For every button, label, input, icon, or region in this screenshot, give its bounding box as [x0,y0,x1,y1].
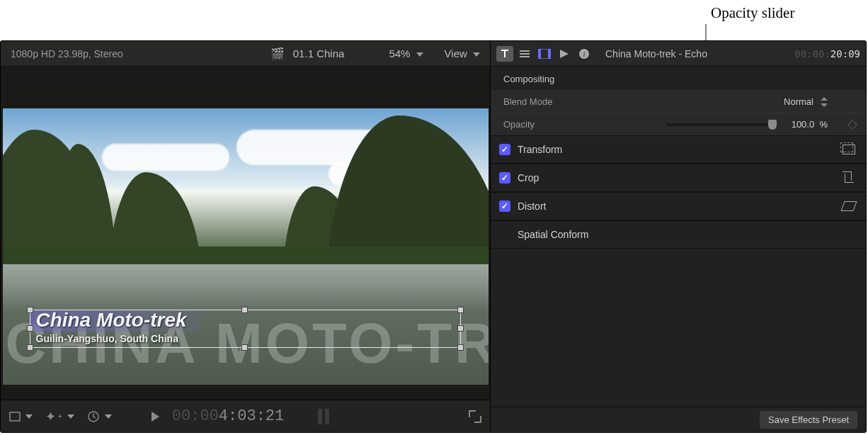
inspector-panel: i China Moto-trek - Echo 00:00:20:09 Com… [491,41,866,432]
inspector-body: Compositing Blend Mode Normal Opacity 10… [491,67,866,407]
inspector-timecode-main: 20:09 [830,48,860,60]
timecode-dim: 00:00 [172,407,219,425]
distort-label: Distort [518,200,546,212]
chevron-down-icon [473,52,480,57]
viewer-header: 1080p HD 23.98p, Stereo 🎬 01.1 China 54%… [1,41,490,67]
transform-label: Transform [518,144,562,155]
enhance-tool-dropdown[interactable]: ✦+ [45,409,74,424]
clip-name: 01.1 China [293,47,345,60]
retime-tool-dropdown[interactable] [87,410,112,423]
distort-section[interactable]: ✓ Distort [491,192,866,220]
inspector-tab-info[interactable]: i [576,46,593,62]
resize-handle[interactable] [27,307,33,313]
blend-mode-label: Blend Mode [503,96,603,107]
crop-icon[interactable] [842,172,856,183]
video-frame: CHINA MOTO-TREK China Moto-trek Guilin-Y… [3,108,489,385]
transform-tool-dropdown[interactable] [9,412,33,422]
chevron-down-icon [67,414,74,419]
view-label-text: View [445,47,467,60]
resize-handle[interactable] [241,307,248,313]
subtitle-text[interactable]: Guilin-Yangshuo, South China [36,333,178,344]
distort-icon[interactable] [840,200,858,212]
title-text[interactable]: China Moto-trek [36,309,187,332]
compositing-header: Compositing [491,67,866,90]
viewer-timecode[interactable]: 00:004:03:21 [172,407,284,425]
inspector-tab-video[interactable] [536,46,553,62]
resize-handle[interactable] [457,325,464,332]
resize-handle[interactable] [457,307,464,313]
viewer-panel: 1080p HD 23.98p, Stereo 🎬 01.1 China 54%… [1,41,491,432]
opacity-value-field[interactable]: 100.0 % [785,119,828,130]
chevron-down-icon [416,52,423,57]
svg-rect-3 [538,49,541,59]
inspector-tab-text[interactable] [496,46,513,62]
zoom-dropdown[interactable]: 54% [389,47,423,60]
transform-checkbox[interactable]: ✓ [499,144,510,155]
fullscreen-icon[interactable] [469,410,481,423]
keyframe-diamond-icon[interactable] [847,119,857,129]
resize-handle[interactable] [457,344,464,351]
zoom-value: 54% [389,47,410,60]
inspector-tab-title[interactable] [516,46,533,62]
opacity-slider[interactable] [666,123,772,126]
svg-rect-4 [548,49,551,59]
inspector-timecode: 00:00:20:09 [794,48,860,60]
blend-mode-select[interactable]: Normal [784,96,813,107]
opacity-unit: % [819,119,828,130]
opacity-slider-thumb[interactable] [768,120,777,130]
app-window: 1080p HD 23.98p, Stereo 🎬 01.1 China 54%… [0,40,867,433]
resize-handle[interactable] [27,325,33,332]
transform-icon[interactable] [842,144,856,155]
svg-text:i: i [583,50,585,58]
crop-label: Crop [518,172,539,183]
title-selection-box[interactable]: China Moto-trek Guilin-Yangshuo, South C… [30,310,461,348]
crop-checkbox[interactable]: ✓ [499,172,510,183]
annotation-label: Opacity slider [711,4,794,22]
spatial-conform-label: Spatial Conform [518,229,588,240]
chevron-down-icon [105,414,112,419]
inspector-footer: Save Effects Preset [491,407,866,432]
svg-rect-0 [10,412,20,421]
view-dropdown[interactable]: View [445,47,480,60]
viewer-canvas-area[interactable]: CHINA MOTO-TREK China Moto-trek Guilin-Y… [1,67,490,400]
crop-section[interactable]: ✓ Crop [491,164,866,192]
viewer-toolbar: ✦+ 00:004:03:21 [1,400,490,432]
inspector-header: i China Moto-trek - Echo 00:00:20:09 [491,41,866,67]
inspector-tab-generator[interactable] [556,46,573,62]
transform-section[interactable]: ✓ Transform [491,135,866,164]
resize-handle[interactable] [27,344,33,351]
opacity-label: Opacity [503,119,603,130]
inspector-clip-title: China Moto-trek - Echo [605,48,707,60]
inspector-timecode-dim: 00:00: [794,48,830,60]
resize-handle[interactable] [241,344,248,351]
updown-icon[interactable] [821,97,828,107]
save-effects-preset-button[interactable]: Save Effects Preset [760,411,857,429]
video-format-label: 1080p HD 23.98p, Stereo [11,48,123,60]
opacity-value: 100.0 [792,119,815,130]
spatial-conform-section[interactable]: Spatial Conform [491,220,866,249]
distort-checkbox[interactable]: ✓ [499,200,510,212]
audio-meter-icon [318,409,329,424]
chevron-down-icon [25,414,33,419]
blend-mode-row: Blend Mode Normal [491,90,866,113]
opacity-row: Opacity 100.0 % [491,113,866,135]
clapperboard-icon: 🎬 [200,47,285,60]
timecode-main: 4:03:21 [219,407,284,425]
play-button[interactable] [152,412,159,422]
